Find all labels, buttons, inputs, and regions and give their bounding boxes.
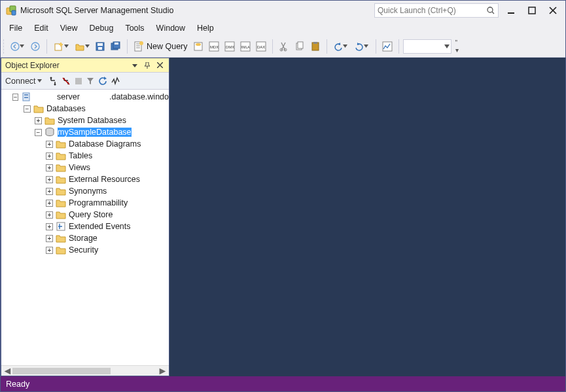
svg-rect-13 bbox=[97, 43, 103, 46]
svg-point-22 bbox=[139, 41, 143, 45]
nav-forward-button[interactable] bbox=[28, 39, 43, 54]
database-dropdown[interactable] bbox=[403, 39, 451, 54]
nav-back-button[interactable] bbox=[7, 39, 27, 54]
tree-item[interactable]: +Views bbox=[1, 162, 169, 173]
svg-rect-17 bbox=[115, 43, 118, 45]
paste-button[interactable] bbox=[308, 39, 323, 54]
save-all-button[interactable] bbox=[109, 39, 123, 54]
folder-icon bbox=[33, 103, 44, 114]
filter-icon[interactable] bbox=[86, 75, 94, 88]
collapse-icon[interactable]: − bbox=[24, 105, 31, 113]
quick-launch-input[interactable]: Quick Launch (Ctrl+Q) bbox=[374, 3, 499, 18]
svg-rect-6 bbox=[529, 7, 535, 14]
dax-query-icon[interactable]: DAX bbox=[254, 39, 268, 54]
svg-rect-36 bbox=[298, 42, 303, 48]
pin-button[interactable] bbox=[142, 60, 152, 71]
expand-icon[interactable]: + bbox=[46, 247, 53, 254]
scroll-left-icon[interactable]: ◄ bbox=[3, 367, 12, 375]
app-title: Microsoft SQL Server Management Studio bbox=[20, 6, 173, 15]
tree-server-node[interactable]: − server .database.windo bbox=[1, 91, 169, 103]
menu-window[interactable]: Window bbox=[150, 22, 191, 35]
tree-item[interactable]: +External Resources bbox=[1, 173, 169, 185]
close-button[interactable] bbox=[544, 4, 561, 17]
svg-line-7 bbox=[550, 7, 556, 14]
folder-icon bbox=[56, 198, 66, 208]
folder-icon bbox=[56, 162, 66, 173]
menu-file[interactable]: File bbox=[3, 22, 28, 35]
tree-item[interactable]: +Tables bbox=[1, 150, 169, 162]
expand-icon[interactable]: + bbox=[46, 223, 53, 230]
activity-monitor-icon[interactable] bbox=[380, 39, 395, 54]
disconnect-icon[interactable] bbox=[62, 75, 71, 88]
tree-item[interactable]: +Security bbox=[1, 244, 169, 256]
status-bar: Ready bbox=[1, 376, 565, 391]
expand-icon[interactable]: + bbox=[46, 200, 53, 207]
scroll-thumb[interactable] bbox=[12, 368, 111, 374]
stop-icon[interactable] bbox=[75, 75, 82, 88]
collapse-icon[interactable]: − bbox=[35, 129, 42, 136]
toolbar-overflow[interactable]: "▾ bbox=[453, 39, 461, 54]
maximize-button[interactable] bbox=[523, 4, 540, 17]
object-explorer-panel: Object Explorer Connect bbox=[1, 58, 169, 376]
menu-edit[interactable]: Edit bbox=[28, 22, 54, 35]
svg-point-24 bbox=[196, 43, 201, 46]
save-button[interactable] bbox=[93, 39, 107, 54]
folder-icon bbox=[56, 209, 66, 220]
folder-icon bbox=[56, 151, 66, 161]
expand-icon[interactable]: + bbox=[46, 141, 53, 148]
activity-icon[interactable] bbox=[111, 75, 120, 88]
toolbar-grip bbox=[3, 39, 6, 54]
redo-button[interactable] bbox=[352, 39, 372, 54]
undo-button[interactable] bbox=[331, 39, 351, 54]
menu-view[interactable]: View bbox=[54, 22, 84, 35]
new-query-button[interactable]: New Query bbox=[132, 39, 190, 54]
tree-item[interactable]: +Programmability bbox=[1, 197, 169, 209]
menu-tools[interactable]: Tools bbox=[119, 22, 150, 35]
xmla-query-icon[interactable]: XMLA bbox=[238, 39, 253, 54]
extended-events-icon bbox=[56, 221, 66, 232]
tree-item[interactable]: +Extended Events bbox=[1, 221, 169, 232]
open-file-button[interactable] bbox=[72, 39, 92, 54]
tree-selected-database-node[interactable]: − mySampleDatabase bbox=[1, 126, 169, 138]
tree-item[interactable]: +Storage bbox=[1, 232, 169, 244]
expand-icon[interactable]: + bbox=[46, 164, 53, 171]
close-panel-button[interactable] bbox=[154, 60, 165, 71]
tree-item[interactable]: +Synonyms bbox=[1, 185, 169, 197]
tree-item[interactable]: +Query Store bbox=[1, 209, 169, 221]
expand-icon[interactable]: + bbox=[35, 117, 42, 124]
copy-button[interactable] bbox=[292, 39, 307, 54]
new-project-button[interactable] bbox=[51, 39, 71, 54]
object-explorer-tree[interactable]: − server .database.windo − Databases + bbox=[1, 90, 169, 365]
panel-title: Object Explorer bbox=[5, 61, 128, 70]
minimize-button[interactable] bbox=[503, 4, 520, 17]
menu-help[interactable]: Help bbox=[191, 22, 220, 35]
collapse-icon[interactable]: − bbox=[12, 94, 18, 101]
expand-icon[interactable]: + bbox=[46, 188, 53, 195]
window-position-button[interactable] bbox=[130, 60, 140, 71]
svg-rect-48 bbox=[24, 97, 28, 98]
connect-button[interactable]: Connect bbox=[5, 75, 44, 88]
svg-text:DAX: DAX bbox=[257, 45, 265, 49]
svg-line-8 bbox=[550, 7, 556, 14]
svg-rect-38 bbox=[313, 42, 317, 44]
search-icon bbox=[486, 6, 495, 15]
expand-icon[interactable]: + bbox=[46, 211, 53, 219]
expand-icon[interactable]: + bbox=[46, 235, 53, 242]
expand-icon[interactable]: + bbox=[46, 176, 53, 183]
tree-databases-node[interactable]: − Databases bbox=[1, 103, 169, 115]
tree-system-databases-node[interactable]: + System Databases bbox=[1, 115, 169, 126]
svg-line-44 bbox=[63, 78, 69, 84]
svg-rect-45 bbox=[75, 78, 82, 84]
dmx-query-icon[interactable]: DMX bbox=[222, 39, 237, 54]
refresh-icon[interactable] bbox=[98, 75, 107, 88]
scroll-right-icon[interactable]: ► bbox=[158, 367, 168, 375]
database-engine-query-icon[interactable] bbox=[191, 39, 205, 54]
svg-point-3 bbox=[487, 7, 493, 12]
tree-item[interactable]: +Database Diagrams bbox=[1, 138, 169, 150]
expand-icon[interactable]: + bbox=[46, 152, 53, 160]
horizontal-scrollbar[interactable]: ◄ ► bbox=[1, 365, 169, 376]
menu-debug[interactable]: Debug bbox=[84, 22, 120, 35]
cut-button[interactable] bbox=[277, 39, 291, 54]
connect-object-explorer-icon[interactable] bbox=[48, 75, 58, 88]
mdx-query-icon[interactable]: MDX bbox=[207, 39, 221, 54]
